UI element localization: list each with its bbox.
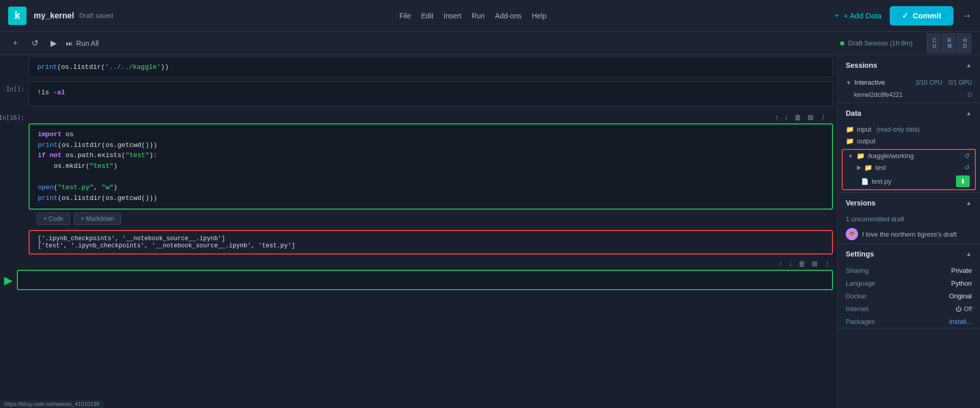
input-folder-item[interactable]: 📁 input (read-only data) <box>838 123 980 135</box>
cell-2[interactable]: !ls -al <box>29 82 833 106</box>
sessions-section: Sessions ▲ ▼ Interactive 2/10 CPU 0/1 GP… <box>838 55 980 103</box>
docker-value[interactable]: Original <box>949 292 972 300</box>
docker-row: Docker Original <box>838 290 980 302</box>
kaggle-chevron-down: ▼ <box>848 153 853 159</box>
cell4-more-button[interactable]: ⋮ <box>822 259 833 269</box>
sessions-chevron: ▲ <box>966 62 972 69</box>
top-bar: k my_kernel Draft saved File Edit Insert… <box>0 0 980 32</box>
packages-value[interactable]: Install... <box>949 318 972 325</box>
output-folder-item[interactable]: 📁 output <box>838 135 980 147</box>
input-note: (read-only data) <box>876 126 920 133</box>
url-bar: https://blog.csdn.net/weixin_41010198 <box>0 400 104 408</box>
play-button[interactable]: ▶ <box>47 36 60 50</box>
delete-button[interactable]: 🗑 <box>792 112 803 122</box>
cpu-badge: CU <box>927 33 941 54</box>
test-chevron-right: ▶ <box>857 164 861 171</box>
language-label: Language <box>846 279 875 287</box>
language-row: Language Python <box>838 277 980 290</box>
sharing-value[interactable]: Private <box>951 267 972 274</box>
add-cell-button[interactable]: ＋ <box>8 36 22 50</box>
file-icon: 📄 <box>861 178 869 185</box>
internet-row: Internet ⏻ Off <box>838 302 980 315</box>
cell-3[interactable]: import os print(os.listdir(os.getcwd()))… <box>29 123 833 210</box>
notebook-title: my_kernel <box>34 11 74 20</box>
draft-status: Draft saved <box>79 12 113 19</box>
menu-edit[interactable]: Edit <box>421 10 433 22</box>
cell-2-code: !ls -al <box>37 89 65 96</box>
add-data-button[interactable]: ＋ + Add Data <box>833 11 882 20</box>
cell-3-label: In[16]: <box>0 114 24 121</box>
session-info: Draft Session (1h:9m) <box>840 39 913 47</box>
session-active-dot <box>840 41 844 45</box>
cell-2-container: In[]: !ls -al <box>0 80 837 108</box>
interactive-chevron: ▼ <box>846 80 851 86</box>
sessions-header[interactable]: Sessions ▲ <box>838 55 980 75</box>
language-value[interactable]: Python <box>951 279 972 287</box>
cell-3-container: In[16]: ↑ ↓ 🗑 ⊠ ⋮ import os print(os.lis… <box>0 108 837 257</box>
cell-2-gutter: In[]: <box>0 82 29 93</box>
docker-label: Docker <box>846 292 867 300</box>
cell4-expand-button[interactable]: ⊠ <box>810 259 820 269</box>
skip-forward-icon: ⏭ <box>66 39 73 47</box>
packages-label: Packages <box>846 318 875 325</box>
versions-section: Versions ▲ 1 uncommitted draft 🐯 I love … <box>838 193 980 244</box>
notebook-toolbar: ＋ ↺ ▶ ⏭ Run All Draft Session (1h:9m) CU… <box>0 32 980 55</box>
test-folder-icon: 📁 <box>864 164 872 171</box>
add-code-button[interactable]: + Code <box>37 213 70 225</box>
commit-button[interactable]: ✓ Commit <box>890 6 953 26</box>
menu-file[interactable]: File <box>399 10 411 22</box>
resource-badges: CU RM HD <box>927 33 972 54</box>
kaggle-working-item[interactable]: ▼ 📁 /kaggle/working ↺ <box>843 150 975 162</box>
move-up-button[interactable]: ↑ <box>773 112 780 122</box>
exit-button[interactable]: → <box>962 10 972 21</box>
menu-help[interactable]: Help <box>532 10 547 22</box>
output-line-1: ['.ipynb_checkpoints', '__notebook_sourc… <box>38 235 824 242</box>
plus-icon: ＋ <box>833 11 841 20</box>
cell-1-wrapper: print(os.listdir('../../kaggle')) <box>29 57 833 78</box>
file-tree: ▼ 📁 /kaggle/working ↺ ▶ 📁 test ↺ 📄 test.… <box>842 149 976 190</box>
test-folder-item[interactable]: ▶ 📁 test ↺ <box>843 162 975 173</box>
move-down-button[interactable]: ↓ <box>782 112 790 122</box>
version-item[interactable]: 🐯 I love the northern tigress's draft <box>838 225 980 243</box>
add-markdown-button[interactable]: + Markdown <box>74 213 121 225</box>
kaggle-logo: k <box>8 7 27 25</box>
menu-addons[interactable]: Add-ons <box>495 10 522 22</box>
kernel-status-dot <box>968 93 972 97</box>
test-refresh-button[interactable]: ↺ <box>964 164 970 171</box>
settings-section: Settings ▲ Sharing Private Language Pyth… <box>838 244 980 328</box>
refresh-button[interactable]: ↺ <box>29 36 41 50</box>
run-all-button[interactable]: ⏭ Run All <box>66 39 99 47</box>
version-avatar: 🐯 <box>846 228 858 240</box>
right-sidebar: Sessions ▲ ▼ Interactive 2/10 CPU 0/1 GP… <box>837 55 980 408</box>
kaggle-folder-icon: 📁 <box>856 152 865 160</box>
cell4-move-up-button[interactable]: ↑ <box>777 259 785 269</box>
notebook-area: print(os.listdir('../../kaggle')) In[]: … <box>0 55 837 408</box>
menu-run[interactable]: Run <box>472 10 485 22</box>
more-button[interactable]: ⋮ <box>818 112 829 122</box>
cell4-delete-button[interactable]: 🗑 <box>796 259 807 269</box>
cpu-info: 2/10 CPU <box>916 79 942 86</box>
cell-1[interactable]: print(os.listdir('../../kaggle')) <box>29 57 833 78</box>
cell-1-gutter <box>0 57 29 61</box>
uncommitted-draft-label: 1 uncommitted draft <box>838 213 980 225</box>
cell-2-wrapper: !ls -al <box>29 82 833 106</box>
cell-2-label: In[]: <box>6 86 24 93</box>
internet-toggle[interactable]: ⏻ Off <box>955 305 972 313</box>
gpu-info: 0/1 GPU <box>948 79 972 86</box>
kaggle-refresh-button[interactable]: ↺ <box>964 152 970 160</box>
data-header[interactable]: Data ▲ <box>838 103 980 123</box>
cell-4-run-button[interactable]: ▶ <box>0 270 17 287</box>
cell-3-output: ['.ipynb_checkpoints', '__notebook_sourc… <box>29 230 833 254</box>
add-cell-row: + Code + Markdown <box>29 210 833 228</box>
versions-header[interactable]: Versions ▲ <box>838 193 980 213</box>
settings-header[interactable]: Settings ▲ <box>838 244 980 264</box>
menu-bar: File Edit Insert Run Add-ons Help <box>399 10 546 22</box>
menu-insert[interactable]: Insert <box>444 10 461 22</box>
test-py-item[interactable]: 📄 test.py ⬇ <box>843 173 975 189</box>
interactive-label: ▼ Interactive <box>846 79 885 86</box>
cell4-move-down-button[interactable]: ↓ <box>787 259 794 269</box>
download-file-button[interactable]: ⬇ <box>956 175 970 187</box>
cell-4[interactable] <box>17 270 833 290</box>
output-folder-icon: 📁 <box>846 137 854 145</box>
expand-button[interactable]: ⊠ <box>805 112 816 122</box>
